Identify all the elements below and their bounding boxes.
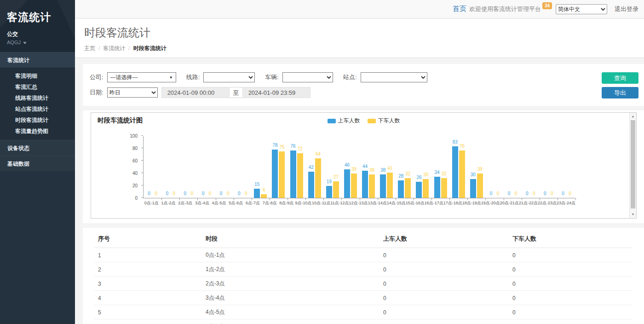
bar-value-label: 0 (150, 191, 162, 196)
date-to-input[interactable]: 2024-01-09 23:59 (242, 87, 310, 98)
query-button[interactable]: 查询 (602, 72, 638, 84)
table-row: 10点-1点00 (94, 248, 632, 262)
bar-alight[interactable] (387, 173, 393, 198)
bar-board[interactable] (326, 186, 332, 198)
table-cell: 5 (94, 305, 202, 319)
bar-board[interactable] (272, 150, 278, 198)
bar-board[interactable] (470, 179, 476, 198)
sidebar-subitem-3[interactable]: 站点客流统计 (0, 104, 75, 115)
station-select[interactable] (361, 72, 427, 82)
chart-category-16: 3432 (431, 136, 449, 198)
table-body: 10点-1点0021点-2点0032点-3点0043点-4点0054点-5点00… (94, 248, 632, 324)
table-cell: 0点-1点 (202, 248, 380, 262)
bar-pair: 3841 (380, 136, 393, 198)
page-head: 时段客流统计 主页/客流统计/时段客流统计 (75, 19, 644, 58)
vehicle-select[interactable] (282, 72, 333, 82)
bar-pair: 7875 (272, 136, 285, 198)
bar-board[interactable] (452, 146, 458, 198)
scroll-down-icon[interactable]: ▼ (630, 211, 636, 218)
bar-board[interactable] (434, 177, 440, 198)
x-axis-label-17: 17点-18点 (443, 200, 462, 206)
sidebar-subitem-5[interactable]: 客流量趋势图 (0, 126, 75, 137)
date-preset-select[interactable]: 昨日 (107, 87, 158, 98)
table-cell: 0 (380, 248, 509, 262)
table-cell: 0 (509, 305, 632, 319)
app-logo-title: 客流统计 (7, 10, 75, 24)
date-from-input[interactable]: 2024-01-09 00:00 (161, 87, 230, 98)
breadcrumb: 主页/客流统计/时段客流统计 (84, 45, 644, 52)
chart-panel: 时段车流统计图 上车人数下车人数 020406080100 0000000000… (83, 110, 644, 223)
x-axis-label-10: 10点-11点 (312, 200, 330, 206)
chart-scrollbar[interactable]: ▲ ▼ (629, 113, 636, 218)
legend-swatch-icon (328, 119, 336, 123)
bar-board[interactable] (398, 180, 404, 198)
breadcrumb-item-1[interactable]: 客流统计 (103, 45, 125, 52)
y-tick-label: 0 (135, 196, 138, 201)
breadcrumb-item-0[interactable]: 主页 (84, 45, 95, 52)
chart-category-18: 3039 (467, 136, 485, 198)
caret-down-icon (23, 42, 27, 44)
bar-alight[interactable] (369, 174, 375, 198)
sidebar-item-device-status[interactable]: 设备状态 (0, 140, 75, 156)
y-tick-mark (141, 148, 143, 148)
language-select[interactable]: 简体中文 (556, 4, 607, 14)
sidebar-subitem-1[interactable]: 客流汇总 (0, 81, 75, 93)
home-link[interactable]: 首页 (453, 5, 466, 13)
x-axis-label-4: 4点-5点 (211, 200, 228, 206)
bar-board[interactable] (380, 174, 386, 198)
bar-board[interactable] (362, 171, 368, 198)
company-select[interactable]: ---请选择--- ▼ (107, 72, 176, 82)
x-axis-label-6: 6点-7点 (244, 200, 261, 206)
logout-link[interactable]: 退出登录 (615, 5, 638, 13)
sidebar-subitem-0[interactable]: 客流明细 (0, 70, 75, 81)
bar-alight[interactable] (441, 178, 447, 198)
bar-alight[interactable] (423, 179, 429, 198)
bar-board[interactable] (344, 169, 350, 198)
content: 公司: ---请选择--- ▼ 线路: 车辆: 站点: 日期: 昨日 2024-… (75, 58, 644, 324)
bar-alight[interactable] (297, 153, 303, 198)
bar-value-label: 27 (330, 174, 342, 179)
export-button[interactable]: 导出 (602, 87, 638, 98)
sidebar-subitem-2[interactable]: 线路客流统计 (0, 93, 75, 104)
bar-alight[interactable] (351, 174, 357, 198)
bar-alight[interactable] (405, 178, 411, 198)
sidebar-item-base-data[interactable]: 基础数据 (0, 156, 75, 171)
bar-value-label: 0 (546, 191, 558, 196)
table-row: 21点-2点00 (94, 262, 632, 277)
x-axis-label-1: 1点-2点 (160, 200, 177, 206)
chart-category-9: 4264 (305, 136, 323, 198)
bar-board[interactable] (290, 150, 296, 198)
bar-value-label: 76 (456, 144, 468, 149)
org-code-label: AQGJ (7, 40, 21, 45)
legend-item-1[interactable]: 下车人数 (368, 117, 400, 125)
notification-badge: 34 (542, 2, 552, 9)
sidebar-item-passenger-stats[interactable]: 客流统计 (0, 52, 75, 68)
sidebar-subitem-4[interactable]: 时段客流统计 (0, 115, 75, 126)
bar-board[interactable] (308, 172, 314, 198)
bar-value-label: 0 (168, 191, 180, 196)
x-axis-label-13: 13点-14点 (368, 200, 387, 206)
bar-alight[interactable] (477, 174, 483, 198)
scroll-up-icon[interactable]: ▲ (630, 113, 636, 120)
bar-alight[interactable] (261, 194, 267, 198)
chart-category-1: 00 (161, 136, 179, 198)
welcome-text: 欢迎使用客流统计管理平台 (469, 5, 541, 13)
filter-panel: 公司: ---请选择--- ▼ 线路: 车辆: 站点: 日期: 昨日 2024-… (83, 64, 644, 106)
table-cell: 2点-3点 (202, 277, 380, 291)
line-select[interactable] (203, 72, 255, 82)
legend-item-0[interactable]: 上车人数 (328, 117, 360, 125)
bar-alight[interactable] (459, 150, 465, 198)
bar-alight[interactable] (315, 158, 321, 198)
bar-board[interactable] (416, 182, 422, 198)
page-title: 时段客流统计 (84, 25, 644, 40)
org-switcher[interactable]: AQGJ (7, 40, 75, 45)
bar-alight[interactable] (333, 181, 339, 198)
bar-value-label: 0 (510, 191, 522, 196)
table-header-2: 上车人数 (380, 229, 509, 248)
x-axis-label-14: 14点-15点 (387, 200, 406, 206)
chart-category-6: 156 (252, 136, 270, 198)
x-axis-label-16: 16点-17点 (425, 200, 443, 206)
table-row: 54点-5点00 (94, 305, 632, 319)
scrollbar-thumb[interactable] (631, 120, 635, 208)
bar-alight[interactable] (279, 151, 285, 198)
